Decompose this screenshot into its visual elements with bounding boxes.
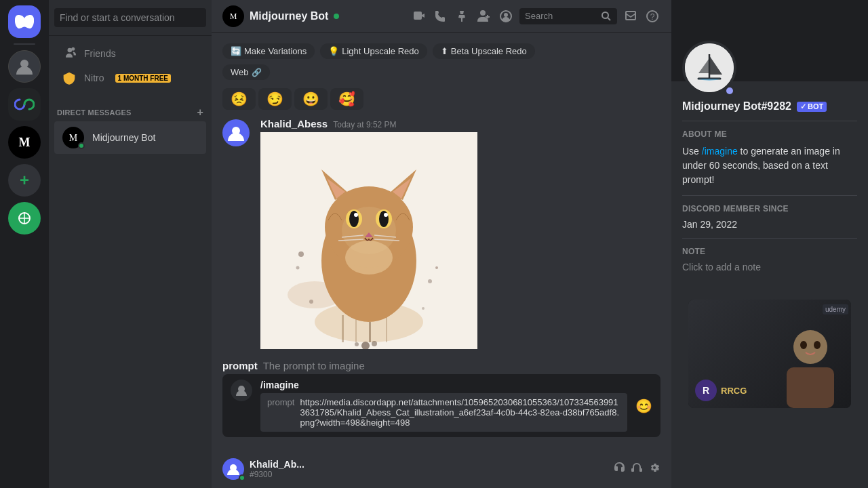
sidebar-item-server2[interactable] (8, 88, 41, 121)
user-bar-icons (613, 462, 660, 476)
svg-line-8 (608, 18, 610, 20)
svg-text:R: R (703, 385, 709, 396)
emoji-bar: 😣 😏 😀 🥰 (212, 85, 671, 115)
video-call-button[interactable] (411, 8, 427, 24)
svg-point-28 (349, 211, 359, 227)
imagine-avatar (231, 380, 252, 401)
profile-banner (671, 0, 868, 81)
imagine-params-row: prompt https://media.discordapp.net/atta… (267, 397, 620, 428)
light-upscale-button[interactable]: 💡 Light Upscale Redo (320, 43, 427, 59)
pin-button[interactable] (454, 8, 471, 24)
settings-button[interactable] (648, 462, 660, 476)
profile-body: Midjourney Bot#9282 ✓ BOT ABOUT ME Use /… (671, 81, 868, 283)
tag-bar: 🔄 Make Variations 💡 Light Upscale Redo ⬆… (212, 43, 671, 64)
bottom-bar: Khalid_Ab... #9300 (212, 450, 671, 488)
emoji-btn-1[interactable]: 😏 (258, 88, 292, 110)
message-timestamp: Today at 9:52 PM (333, 120, 396, 129)
user-bar-id: #9300 (250, 470, 304, 479)
server-divider (14, 43, 35, 45)
svg-rect-18 (386, 317, 387, 342)
add-friend-button[interactable] (476, 8, 492, 24)
about-me-title: ABOUT ME (682, 129, 857, 139)
svg-point-39 (296, 266, 300, 270)
message-content-khalid: Khalid_Abess Today at 9:52 PM (260, 118, 660, 352)
svg-point-46 (355, 342, 359, 346)
video-person-silhouette (776, 327, 844, 408)
profile-username: Midjourney Bot#9282 (682, 100, 791, 113)
khalid-avatar (222, 119, 250, 146)
sidebar-item-explore[interactable] (8, 202, 41, 235)
video-thumbnail: R RRCG udemy (688, 300, 851, 408)
sidebar-item-midjourney[interactable]: M (8, 126, 41, 159)
video-brand-text: RRCG (721, 386, 747, 395)
imagine-link[interactable]: /imagine (702, 146, 738, 157)
header-icons: Search ? (411, 8, 660, 24)
member-since-date: Jan 29, 2022 (682, 219, 857, 230)
channel-avatar: M (222, 5, 244, 27)
make-variations-icon: 🔄 (231, 46, 241, 56)
svg-rect-50 (639, 468, 642, 472)
web-link-icon: 🔗 (252, 68, 262, 77)
message-author[interactable]: Khalid_Abess (260, 118, 328, 129)
channel-name: Midjourney Bot (250, 10, 328, 22)
bot-badge: ✓ BOT (797, 102, 827, 112)
main-chat-area: M Midjourney Bot (212, 0, 671, 488)
beta-upscale-button[interactable]: ⬆ Beta Upscale Redo (433, 43, 535, 59)
inbox-button[interactable] (623, 8, 639, 24)
web-label: Web (231, 67, 249, 77)
help-button[interactable]: ? (644, 8, 660, 24)
message-image-container[interactable] (260, 132, 477, 352)
sidebar-item-home[interactable] (8, 5, 41, 38)
deafen-button[interactable] (613, 462, 625, 476)
svg-point-42 (309, 300, 313, 304)
emoji-btn-3[interactable]: 🥰 (330, 88, 363, 110)
video-inner: R RRCG udemy (688, 300, 851, 408)
web-tag-area: Web 🔗 (212, 64, 671, 85)
profile-discriminator: #9282 (761, 100, 791, 112)
svg-text:M: M (230, 12, 237, 21)
dm-section-header: DIRECT MESSAGES + (49, 96, 212, 121)
make-variations-button[interactable]: 🔄 Make Variations (222, 43, 315, 59)
new-dm-button[interactable]: + (197, 106, 203, 119)
prompt-keyword: prompt (222, 360, 258, 371)
member-since-title: DISCORD MEMBER SINCE (682, 204, 857, 214)
sidebar-item-midjourney-bot[interactable]: M Midjourney Bot (54, 121, 206, 154)
imagine-area: prompt The prompt to imagine /imagine pr… (212, 354, 671, 443)
channel-header-left: M Midjourney Bot (222, 5, 406, 27)
search-bar[interactable]: Search (519, 8, 617, 24)
imagine-command: /imagine (260, 380, 627, 390)
svg-rect-53 (787, 367, 834, 408)
sidebar-item-server1[interactable] (8, 50, 41, 83)
svg-rect-17 (369, 322, 371, 342)
headphones-button[interactable] (631, 462, 643, 476)
beta-upscale-icon: ⬆ (441, 46, 448, 56)
note-field[interactable]: Click to add a note (682, 262, 857, 272)
dm-sidebar: Friends Nitro 1 MONTH FREE DIRECT MESSAG… (49, 0, 212, 488)
sidebar-item-friends[interactable]: Friends (54, 41, 206, 66)
profile-button[interactable] (498, 8, 514, 24)
message-khalid: Khalid_Abess Today at 9:52 PM (212, 115, 671, 354)
imagine-emoji-button[interactable]: 😊 (635, 398, 652, 414)
search-input[interactable] (54, 8, 206, 27)
svg-point-55 (814, 341, 821, 349)
server-sidebar: M + (0, 0, 49, 488)
sidebar-item-add-server[interactable]: + (8, 164, 41, 197)
imagine-content: /imagine prompt https://media.discordapp… (260, 380, 627, 432)
web-button[interactable]: Web 🔗 (222, 64, 270, 80)
user-info: Khalid_Ab... #9300 (250, 459, 304, 479)
svg-point-41 (435, 266, 438, 269)
sidebar-item-nitro[interactable]: Nitro 1 MONTH FREE (54, 66, 206, 90)
svg-text:M: M (69, 133, 78, 143)
prompt-desc: The prompt to imagine (263, 360, 365, 371)
channel-header: M Midjourney Bot (212, 0, 671, 33)
svg-point-37 (345, 241, 393, 274)
voice-call-button[interactable] (433, 8, 449, 24)
imagine-box: /imagine prompt https://media.discordapp… (222, 374, 660, 437)
light-upscale-label: Light Upscale Redo (342, 46, 418, 56)
emoji-btn-2[interactable]: 😀 (294, 88, 328, 110)
profile-panel: Midjourney Bot#9282 ✓ BOT ABOUT ME Use /… (671, 0, 868, 488)
user-avatar (222, 458, 244, 480)
emoji-btn-0[interactable]: 😣 (222, 88, 256, 110)
imagine-params: prompt https://media.discordapp.net/atta… (260, 393, 627, 432)
svg-point-6 (504, 13, 508, 17)
